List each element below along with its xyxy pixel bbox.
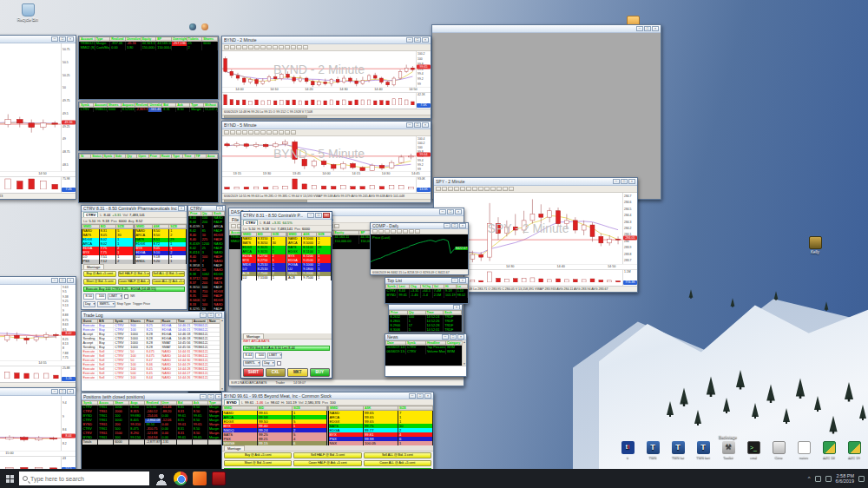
hotkey-button[interactable]: Sell ALL @ Bid -5 cent <box>364 452 431 458</box>
titlebar[interactable]: CTRV 8.31 - 8.50 ContraVir P... ─□× <box>241 212 332 220</box>
minimize-button[interactable]: ─ <box>200 394 207 399</box>
toolbar-button[interactable] <box>385 229 390 234</box>
tray-chevron-icon[interactable]: ^ <box>808 476 811 481</box>
toolbar-button[interactable] <box>509 187 514 191</box>
desktop-icon-ti[interactable]: titi <box>618 441 637 459</box>
titlebar[interactable]: BYND - 5 Minute ─□× <box>222 122 431 129</box>
toolbar-button[interactable] <box>266 130 272 135</box>
buy-button[interactable]: BUY <box>310 368 331 377</box>
desktop-icon-kelly[interactable]: Kelly <box>800 236 830 254</box>
toolbar-button[interactable] <box>266 45 272 49</box>
desktop-icon-tws-bet[interactable]: TTWS bet <box>694 441 713 459</box>
titlebar[interactable]: BYND 99.61 - 99.65 Beyond Meat, Inc - Co… <box>222 392 433 399</box>
minimize-button[interactable]: ─ <box>406 122 413 128</box>
close-button[interactable]: × <box>216 206 223 211</box>
hotkey-button[interactable]: Sell HALF @ Bid -5 cent <box>293 452 361 458</box>
toolbar-button[interactable] <box>273 45 278 49</box>
maximize-button[interactable]: □ <box>59 389 66 394</box>
taskbar-people-icon[interactable] <box>155 472 168 485</box>
minimize-button[interactable]: ─ <box>409 393 416 399</box>
tab-montage[interactable]: Montage <box>83 264 104 269</box>
toolbar-button[interactable] <box>291 45 296 49</box>
minimize-button[interactable]: ─ <box>51 389 58 394</box>
toolbar-button[interactable] <box>224 130 229 135</box>
action-center-icon[interactable] <box>858 476 865 482</box>
menu-item[interactable]: File <box>232 217 239 222</box>
close-button[interactable]: × <box>67 389 74 394</box>
horizontal-scrollbar[interactable] <box>222 115 431 118</box>
toolbar-button[interactable] <box>285 45 290 49</box>
toolbar-button[interactable] <box>460 187 465 191</box>
close-button[interactable]: × <box>323 213 330 218</box>
horizontal-scrollbar[interactable] <box>222 199 431 202</box>
toolbar-button[interactable] <box>409 229 414 234</box>
toolbar-button[interactable] <box>303 45 308 49</box>
maximize-button[interactable]: □ <box>207 313 214 318</box>
toolbar-button[interactable] <box>273 130 278 135</box>
hotkey-button[interactable]: Buy @ Ask +5 cent <box>83 271 116 277</box>
hotkey-button[interactable]: Sell HALF @ Bid -5 cent <box>118 271 151 277</box>
toolbar-button[interactable] <box>248 130 253 135</box>
close-button[interactable]: × <box>453 305 460 310</box>
maximize-button[interactable]: □ <box>450 334 457 340</box>
market-button[interactable]: MKT <box>287 368 308 377</box>
toolbar-button[interactable] <box>448 187 453 191</box>
toolbar-button[interactable] <box>503 187 508 191</box>
titlebar[interactable]: CTRV 8.31 - 8.50 ContraVir Pharmaceutica… <box>82 206 187 212</box>
close-button[interactable]: × <box>67 36 74 42</box>
taskbar-clock[interactable]: 2:58 PM 6/6/2019 <box>836 473 854 484</box>
price-input[interactable]: 8.50 <box>83 293 94 300</box>
hotkey-button[interactable]: Short @ Bid -5 cent <box>224 460 292 466</box>
minimize-button[interactable]: ─ <box>613 179 620 184</box>
toolbar-button[interactable] <box>484 187 490 191</box>
maximize-button[interactable]: □ <box>315 213 322 218</box>
maximize-button[interactable]: □ <box>59 36 66 42</box>
symbol-input[interactable]: CTRV <box>83 212 98 218</box>
hotkey-button[interactable]: Sell ALL @ Bid -5 cent <box>152 271 185 277</box>
price-input[interactable]: 8.44 <box>243 353 253 359</box>
toolbar-button[interactable] <box>397 229 402 234</box>
toolbar-button[interactable] <box>224 45 229 49</box>
toolbar-button[interactable] <box>403 229 408 234</box>
start-button[interactable] <box>0 469 19 488</box>
route-select[interactable]: SMRTL <box>243 360 260 366</box>
desktop-icon-toolkit[interactable]: ⚒Toolkit <box>719 441 738 459</box>
minimize-button[interactable]: ─ <box>200 313 207 318</box>
desktop-icon-azc-19[interactable]: AZC 19 <box>845 441 864 459</box>
toolbar-button[interactable] <box>334 224 339 228</box>
close-button[interactable]: × <box>178 206 185 211</box>
close-button[interactable]: × <box>455 209 462 214</box>
toolbar-button[interactable] <box>472 187 477 191</box>
short-button[interactable]: SHRT <box>243 368 264 377</box>
app-shortcut-icon[interactable] <box>201 23 208 30</box>
quantity-input[interactable]: 100 <box>255 353 266 359</box>
hotkey-button[interactable]: Cover HALF @ Ask +5 cent <box>118 279 151 285</box>
vertical-scrollbar[interactable]: ▲▼ <box>462 340 466 366</box>
toolbar-button[interactable] <box>478 187 483 191</box>
vertical-scrollbar[interactable]: ▲▼ <box>220 319 224 391</box>
toolbar-button[interactable] <box>242 45 247 49</box>
taskbar-app-red-icon[interactable] <box>212 472 226 485</box>
toolbar-button[interactable] <box>391 229 396 234</box>
symbol-input[interactable]: BYND <box>224 399 240 406</box>
desktop-icon-tws[interactable]: TTWS <box>643 441 662 459</box>
minimize-button[interactable]: ─ <box>51 278 58 283</box>
desktop-icon-azc-18[interactable]: AZC 18 <box>819 441 838 459</box>
toolbar-button[interactable] <box>466 187 471 191</box>
toolbar-button[interactable] <box>285 130 290 135</box>
desktop-icon-cmd[interactable]: >_cmd <box>744 441 763 459</box>
toolbar-button[interactable] <box>378 229 384 234</box>
minimize-button[interactable]: ─ <box>307 213 314 218</box>
close-button[interactable]: × <box>457 334 464 340</box>
maximize-button[interactable]: □ <box>447 209 454 214</box>
close-button[interactable]: × <box>215 313 222 318</box>
toolbar-button[interactable] <box>454 187 459 191</box>
tab-montage[interactable]: Montage <box>224 445 245 451</box>
tif-select[interactable]: Day <box>262 360 274 366</box>
toolbar-button[interactable] <box>279 130 284 135</box>
toolbar-button[interactable] <box>254 45 260 49</box>
tif-select[interactable]: Day <box>83 301 95 307</box>
minimize-button[interactable]: ─ <box>451 278 458 283</box>
toolbar-button[interactable] <box>236 130 241 135</box>
hotkey-button[interactable]: Cover ALL @ Ask +5 cent <box>152 279 185 285</box>
